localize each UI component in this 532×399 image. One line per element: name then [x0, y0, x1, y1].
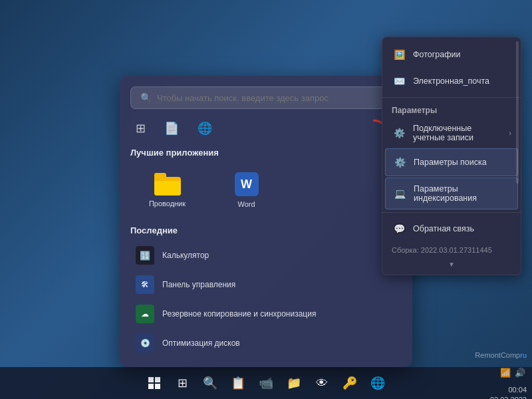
list-item[interactable]: 💿 Оптимизация дисков: [130, 330, 402, 356]
windows-icon[interactable]: ⊞: [170, 371, 194, 395]
explorer-tile[interactable]: Проводник: [130, 164, 204, 216]
control-panel-icon: 🛠: [136, 275, 154, 294]
accounts-item[interactable]: ⚙️ Подключенные учетные записи ›: [382, 118, 521, 148]
accounts-label: Подключенные учетные записи: [413, 124, 502, 142]
backup-label: Резервное копирование и синхронизация: [162, 309, 316, 319]
list-item[interactable]: 🔢 Калькулятор: [130, 242, 402, 269]
svg-rect-2: [148, 384, 154, 389]
photos-icon: 🖼️: [392, 47, 406, 62]
photos-label: Фотографии: [413, 50, 460, 59]
feedback-label: Обратная связь: [413, 224, 474, 233]
chrome-icon[interactable]: 🌐: [366, 371, 390, 395]
pinned-apps-icon[interactable]: ⊞: [133, 118, 148, 138]
key-icon[interactable]: 🔑: [338, 371, 362, 395]
dropdown-menu: 🖼️ Фотографии ✉️ Электронная_почта Парам…: [382, 37, 521, 275]
build-label: Сборка: 2022.03.01.27311445: [382, 242, 521, 258]
scrollbar[interactable]: [516, 41, 519, 184]
control-panel-label: Панель управления: [162, 280, 235, 289]
top-icons-row: ⊞ 📄 🌐 ···: [130, 118, 402, 138]
index-params-icon: 💻: [392, 186, 407, 201]
volume-icon[interactable]: 🔊: [513, 361, 527, 385]
best-apps-title: Лучшие приложения: [130, 148, 402, 158]
datetime-display[interactable]: 00:04 02.03.2022: [490, 385, 527, 399]
search-params-icon: ⚙️: [392, 155, 407, 170]
start-button[interactable]: [142, 371, 166, 395]
index-params-item[interactable]: 💻 Параметры индексирования: [385, 178, 518, 209]
email-icon: ✉️: [392, 74, 406, 88]
best-apps-section: Лучшие приложения Проводник W Word: [130, 148, 402, 216]
svg-rect-3: [155, 384, 160, 389]
email-item[interactable]: ✉️ Электронная_почта: [382, 68, 521, 94]
search-input[interactable]: [157, 93, 392, 103]
email-label: Электронная_почта: [413, 76, 489, 86]
recent-title: Последние: [130, 225, 402, 235]
watermark-text: RemontCompru: [475, 351, 527, 359]
backup-icon: ☁: [136, 305, 154, 323]
search-icon: 🔍: [140, 92, 152, 103]
divider2: [382, 212, 521, 213]
date-display: 02.03.2022: [490, 395, 527, 399]
explorer-label: Проводник: [149, 200, 186, 207]
word-label: Word: [237, 200, 255, 208]
word-icon: W: [235, 172, 259, 196]
web-icon[interactable]: 🌐: [195, 118, 215, 138]
explorer-taskbar-icon[interactable]: 📁: [282, 371, 306, 395]
app-grid: Проводник W Word: [130, 164, 283, 216]
documents-icon[interactable]: 📄: [162, 118, 182, 138]
search-bar[interactable]: 🔍: [130, 86, 402, 109]
calculator-icon: 🔢: [136, 246, 154, 265]
taskbar-right: 📶 🔊 00:04 02.03.2022: [490, 361, 527, 399]
divider: [382, 97, 521, 98]
taskview-icon[interactable]: 📋: [226, 371, 250, 395]
photos-item[interactable]: 🖼️ Фотографии: [382, 41, 521, 68]
search-taskbar-icon[interactable]: 🔍: [198, 371, 222, 395]
scroll-down-icon[interactable]: ▼: [382, 258, 521, 271]
system-tray: 📶 🔊: [499, 361, 527, 385]
params-section-label: Параметры: [382, 100, 521, 118]
recent-list: 🔢 Калькулятор 🛠 Панель управления ☁ Резе…: [130, 242, 402, 356]
taskbar: ⊞ 🔍 📋 📹 📁 👁 🔑 🌐 📶 🔊 00:04 02.03.2022: [0, 367, 532, 399]
calculator-label: Калькулятор: [162, 251, 209, 260]
taskbar-center: ⊞ 🔍 📋 📹 📁 👁 🔑 🌐: [142, 371, 390, 395]
optimize-icon: 💿: [136, 334, 154, 352]
optimize-label: Оптимизация дисков: [162, 338, 240, 348]
search-params-label: Параметры поиска: [414, 158, 487, 167]
time-display: 00:04: [490, 385, 527, 395]
recent-section: Последние 🔢 Калькулятор 🛠 Панель управле…: [130, 225, 402, 356]
feedback-icon: 💬: [392, 221, 406, 236]
desktop: 🔍 ⊞ 📄 🌐 ··· Лучшие приложения: [0, 0, 532, 399]
index-params-label: Параметры индексирования: [414, 184, 511, 203]
start-menu: 🔍 ⊞ 📄 🌐 ··· Лучшие приложения: [120, 76, 412, 367]
search-params-item[interactable]: ⚙️ Параметры поиска: [385, 148, 518, 176]
watermark: RemontCompru: [475, 351, 527, 359]
list-item[interactable]: 🛠 Панель управления: [130, 271, 402, 298]
word-tile[interactable]: W Word: [209, 164, 283, 216]
list-item[interactable]: ☁ Резервное копирование и синхронизация: [130, 301, 402, 327]
chevron-right-icon: ›: [509, 129, 511, 137]
explorer-icon: [154, 173, 181, 196]
teams-icon[interactable]: 📹: [254, 371, 278, 395]
svg-rect-1: [155, 377, 160, 382]
network-icon[interactable]: 📶: [499, 361, 512, 385]
eye-icon[interactable]: 👁: [310, 371, 334, 395]
svg-rect-0: [148, 377, 154, 382]
accounts-icon: ⚙️: [392, 126, 406, 140]
feedback-item[interactable]: 💬 Обратная связь: [382, 215, 521, 242]
